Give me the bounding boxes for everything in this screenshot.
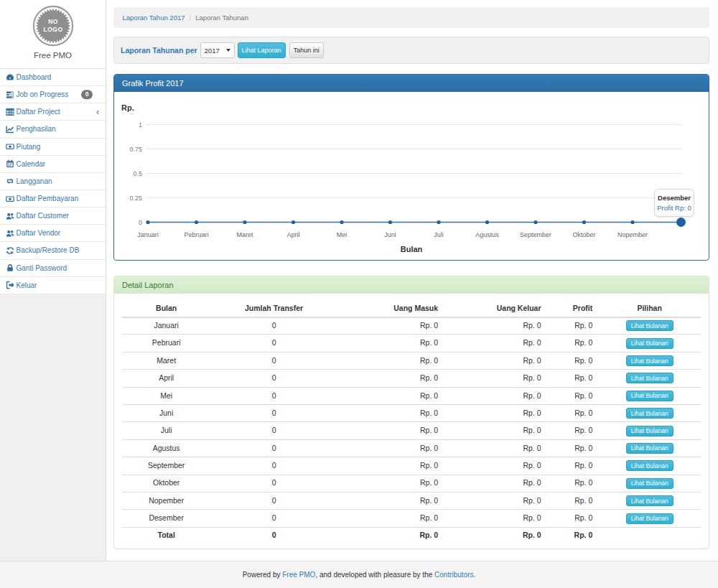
view-monthly-button[interactable]: Lihat Bulanan — [626, 478, 673, 489]
view-monthly-button[interactable]: Lihat Bulanan — [626, 460, 673, 471]
view-monthly-button[interactable]: Lihat Bulanan — [626, 408, 673, 419]
year-select[interactable]: 2017 — [200, 42, 235, 58]
cell-transfer-count: 0 — [210, 457, 337, 475]
total-transfer-count: 0 — [210, 527, 337, 543]
cell-money-in: Rp. 0 — [337, 335, 444, 352]
sidebar-item-penghasilan[interactable]: Penghasilan — [0, 121, 106, 138]
footer-link-contributors[interactable]: Contributors — [434, 571, 473, 579]
detail-report-panel-title: Detail Laporan — [114, 276, 709, 294]
table-row-september: September0Rp. 0Rp. 0Rp. 0Lihat Bulanan — [122, 457, 701, 475]
cell-profit: Rp. 0 — [547, 335, 599, 352]
cell-money-out: Rp. 0 — [444, 492, 546, 509]
svg-text:Juni: Juni — [384, 231, 396, 238]
report-table: BulanJumlah TransferUang MasukUang Kelua… — [122, 302, 701, 543]
sidebar-item-label: Calendar — [17, 160, 46, 168]
total-label: Total — [122, 527, 210, 543]
brand-block[interactable]: NOLOGO Free PMO — [0, 0, 106, 69]
table-row-mei: Mei0Rp. 0Rp. 0Rp. 0Lihat Bulanan — [122, 387, 701, 404]
money-icon — [6, 195, 14, 203]
sidebar-item-langganan[interactable]: Langganan — [0, 173, 106, 190]
sidebar-item-daftar-pembayaran[interactable]: Daftar Pembayaran — [0, 190, 106, 207]
sidebar-item-label: Daftar Project — [17, 108, 60, 116]
view-monthly-button[interactable]: Lihat Bulanan — [626, 495, 673, 506]
sidebar-item-label: Keluar — [17, 281, 37, 289]
filter-label: Laporan Tahunan per — [121, 46, 197, 55]
cell-money-in: Rp. 0 — [337, 370, 444, 387]
view-monthly-button[interactable]: Lihat Bulanan — [626, 426, 673, 437]
cell-money-out: Rp. 0 — [444, 439, 546, 457]
view-report-button[interactable]: Lihat Laporan — [238, 42, 286, 58]
table-row-april: April0Rp. 0Rp. 0Rp. 0Lihat Bulanan — [122, 370, 701, 387]
footer-text-after: . — [474, 571, 476, 579]
sidebar-item-piutang[interactable]: Piutang — [0, 139, 106, 156]
detail-report-panel: Detail Laporan BulanJumlah TransferUang … — [113, 276, 709, 549]
cell-money-out: Rp. 0 — [444, 405, 546, 422]
job-count-badge: 0 — [81, 90, 93, 100]
cell-month: Desember — [122, 510, 210, 527]
svg-text:0.5: 0.5 — [133, 170, 142, 177]
table-row-maret: Maret0Rp. 0Rp. 0Rp. 0Lihat Bulanan — [122, 352, 701, 369]
sidebar-item-backup-restore-db[interactable]: Backup/Restore DB — [0, 242, 106, 259]
cell-money-in: Rp. 0 — [337, 510, 444, 527]
table-row-nopember: Nopember0Rp. 0Rp. 0Rp. 0Lihat Bulanan — [122, 492, 701, 509]
lock-icon — [6, 263, 14, 272]
cell-month: Januari — [122, 317, 210, 335]
cell-money-in: Rp. 0 — [337, 457, 444, 475]
view-monthly-button[interactable]: Lihat Bulanan — [626, 338, 673, 349]
view-monthly-button[interactable]: Lihat Bulanan — [626, 373, 673, 383]
sidebar-item-job-on-progress[interactable]: Job on Progress0 — [0, 86, 106, 103]
cell-money-in: Rp. 0 — [337, 475, 444, 492]
cell-money-out: Rp. 0 — [444, 317, 546, 335]
view-monthly-button[interactable]: Lihat Bulanan — [626, 443, 673, 454]
svg-text:Oktober: Oktober — [572, 231, 595, 238]
column-header-uang-keluar: Uang Keluar — [444, 302, 546, 317]
table-row-total: Total0Rp. 0Rp. 0Rp. 0 — [122, 527, 701, 543]
breadcrumb-link[interactable]: Laporan Tahun 2017 — [123, 14, 185, 22]
breadcrumb: Laporan Tahun 2017 / Laporan Tahunan — [113, 7, 709, 28]
sidebar-item-daftar-project[interactable]: Daftar Project‹ — [0, 103, 106, 121]
cell-transfer-count: 0 — [210, 475, 337, 492]
sidebar-item-daftar-vendor[interactable]: Daftar Vendor — [0, 225, 106, 242]
dashboard-icon — [6, 73, 14, 82]
view-monthly-button[interactable]: Lihat Bulanan — [626, 355, 673, 366]
cell-money-in: Rp. 0 — [337, 317, 444, 335]
sidebar-item-dashboard[interactable]: Dashboard — [0, 69, 106, 86]
breadcrumb-active: Laporan Tahunan — [195, 14, 248, 22]
this-year-button[interactable]: Tahun ini — [289, 42, 324, 58]
tasks-icon — [6, 90, 14, 99]
sign-out-icon — [6, 281, 14, 289]
cell-money-out: Rp. 0 — [444, 475, 546, 492]
profit-chart-panel-title: Grafik Profit 2017 — [114, 75, 709, 92]
cell-money-out: Rp. 0 — [444, 510, 546, 527]
column-header-bulan: Bulan — [122, 302, 210, 317]
sidebar-menu: DashboardJob on Progress0Daftar Project‹… — [0, 69, 106, 294]
svg-text:Mei: Mei — [337, 231, 348, 238]
view-monthly-button[interactable]: Lihat Bulanan — [626, 513, 673, 524]
sidebar-item-ganti-password[interactable]: Ganti Password — [0, 260, 106, 277]
sidebar-item-label: Langganan — [17, 177, 52, 185]
sidebar-item-daftar-customer[interactable]: Daftar Customer — [0, 207, 106, 225]
sidebar-item-calendar[interactable]: Calendar — [0, 156, 106, 173]
cell-money-in: Rp. 0 — [337, 405, 444, 422]
total-money-in: Rp. 0 — [337, 527, 444, 543]
profit-line-chart: Rp.10.750.50.250JanuariPebruariMaretApri… — [114, 92, 709, 260]
footer-link-freepmo[interactable]: Free PMO — [282, 571, 315, 579]
svg-text:0.25: 0.25 — [129, 195, 142, 202]
sidebar-item-label: Penghasilan — [17, 125, 56, 133]
cell-profit: Rp. 0 — [547, 439, 599, 457]
chart-tooltip-value: Profit Rp: 0 — [655, 204, 694, 212]
sidebar-item-keluar[interactable]: Keluar — [0, 277, 106, 294]
view-monthly-button[interactable]: Lihat Bulanan — [626, 320, 673, 331]
view-monthly-button[interactable]: Lihat Bulanan — [626, 391, 673, 401]
cell-money-out: Rp. 0 — [444, 457, 546, 475]
cell-money-in: Rp. 0 — [337, 439, 444, 457]
footer: Powered by Free PMO, and developed with … — [0, 561, 718, 588]
table-row-pebruari: Pebruari0Rp. 0Rp. 0Rp. 0Lihat Bulanan — [122, 335, 701, 352]
svg-text:Maret: Maret — [236, 231, 253, 238]
cell-transfer-count: 0 — [210, 422, 337, 439]
sidebar-item-label: Dashboard — [17, 73, 52, 81]
no-logo-icon: NOLOGO — [32, 5, 74, 47]
caret-down-icon — [226, 49, 230, 52]
svg-text:Rp.: Rp. — [121, 103, 134, 112]
users-icon — [6, 212, 14, 220]
